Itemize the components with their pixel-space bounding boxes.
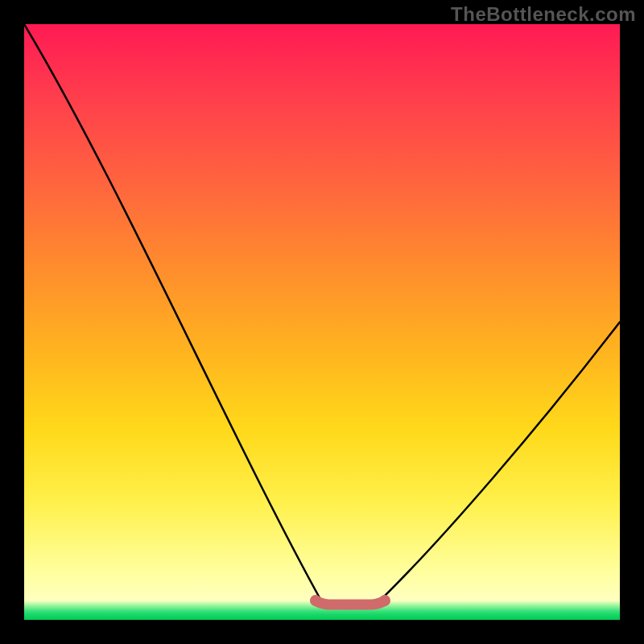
curve-line [24,24,620,602]
watermark-label: TheBottleneck.com [451,3,636,26]
plot-area [24,24,620,620]
chart-frame: TheBottleneck.com [0,0,644,644]
highlight-dot-right [379,595,390,606]
optimal-segment-highlight [316,601,385,605]
bottleneck-curve [24,24,620,620]
highlight-dot-left [310,595,321,606]
